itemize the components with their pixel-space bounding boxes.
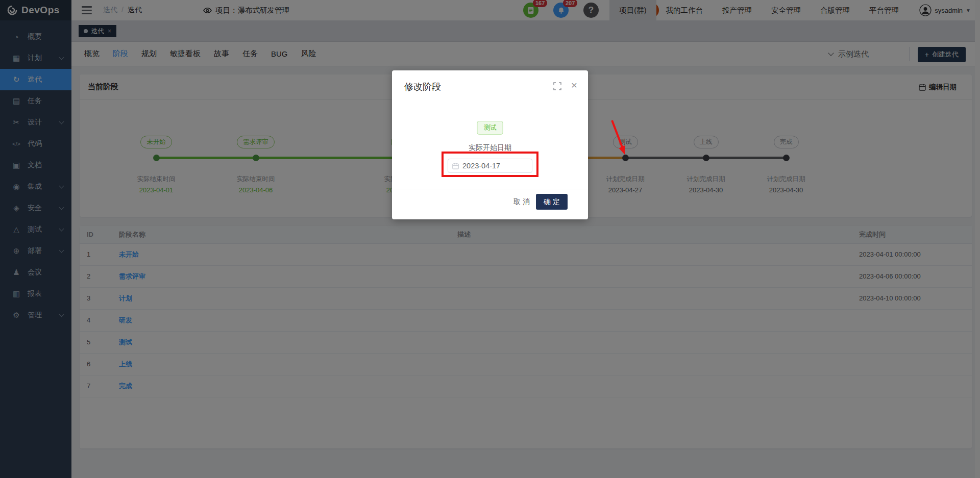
cancel-button[interactable]: 取 消 [513,197,530,207]
fullscreen-icon[interactable] [553,82,561,92]
calendar-icon [452,163,459,169]
field-label: 实际开始日期 [392,143,588,153]
modal-title: 修改阶段 [404,81,441,93]
date-picker[interactable] [448,159,532,173]
close-icon[interactable]: × [571,80,577,90]
date-input[interactable] [462,162,524,170]
stage-tag: 测试 [477,121,503,135]
modal-footer-divider [392,189,588,189]
edit-stage-modal: 修改阶段 × 测试 实际开始日期 取 消 确 定 [392,70,588,219]
confirm-button[interactable]: 确 定 [536,194,568,210]
app-screen: DevOps ◔概要 ▦计划 ↻迭代 ▤任务 ✂设计 </>代码 ▣文档 ◉集成… [0,0,980,478]
